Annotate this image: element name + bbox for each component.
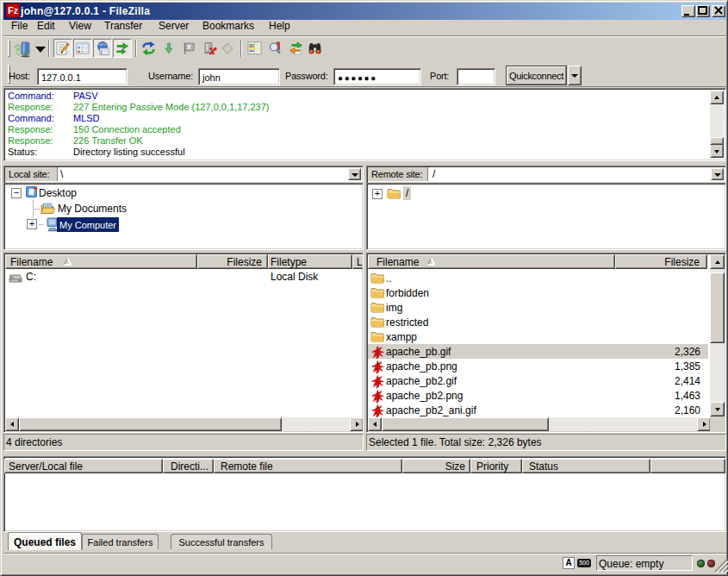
svg-text:Fz: Fz <box>8 5 19 16</box>
